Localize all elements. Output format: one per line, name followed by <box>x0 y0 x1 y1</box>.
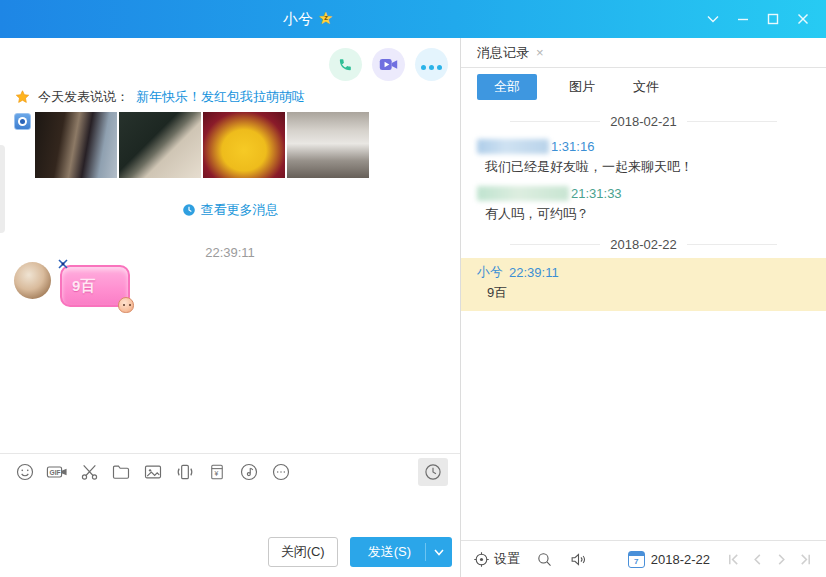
svg-text:GIF: GIF <box>50 469 61 476</box>
collapse-chevron-icon[interactable] <box>698 5 728 33</box>
next-page-icon[interactable] <box>772 549 790 569</box>
records-footer: 设置 7 2018- <box>461 540 826 577</box>
photo-thumbnail[interactable] <box>119 112 201 178</box>
message-records-panel: 消息记录 × 全部 图片 文件 2018-02-21 1:31:16 <box>460 38 826 577</box>
date-divider: 2018-02-22 <box>461 237 826 252</box>
speaker-button[interactable] <box>569 551 588 568</box>
selected-date: 2018-2-22 <box>651 552 710 567</box>
svg-text:¥: ¥ <box>215 470 219 477</box>
date-divider: 2018-02-21 <box>461 114 826 129</box>
camera-icon <box>14 113 31 130</box>
video-camera-icon <box>379 57 398 72</box>
chat-panel: 今天发表说说： 新年快乐！发红包我拉萌萌哒 查看更多消息 <box>0 38 460 577</box>
history-clock-icon[interactable] <box>418 458 448 486</box>
image-icon[interactable] <box>138 458 168 486</box>
titlebar: 小兮 ★ z <box>0 0 826 38</box>
shuoshuo-photos <box>14 112 369 178</box>
chat-actions <box>329 48 448 81</box>
record-message[interactable]: 21:31:33 有人吗，可约吗？ <box>461 182 826 229</box>
window-title: 小兮 ★ z <box>283 0 336 38</box>
records-filter-tabs: 全部 图片 文件 <box>461 68 826 106</box>
record-message[interactable]: 1:31:16 我们已经是好友啦，一起来聊天吧！ <box>461 135 826 182</box>
send-options-chevron-icon[interactable] <box>426 549 452 556</box>
send-button-label: 发送(S) <box>350 543 425 561</box>
maximize-icon[interactable] <box>758 5 788 33</box>
audio-message-icon[interactable] <box>234 458 264 486</box>
record-message-highlighted[interactable]: 小兮 22:39:11 9百 <box>461 258 826 311</box>
photo-strip <box>35 112 369 178</box>
photo-thumbnail[interactable] <box>287 112 369 178</box>
filter-tab-images[interactable]: 图片 <box>563 74 601 100</box>
photo-thumbnail[interactable] <box>35 112 117 178</box>
tab-message-records[interactable]: 消息记录 × <box>477 44 544 62</box>
baby-emoji-icon <box>118 297 134 313</box>
first-page-icon[interactable] <box>724 549 742 569</box>
more-tools-icon[interactable] <box>266 458 296 486</box>
records-list: 2018-02-21 1:31:16 我们已经是好友啦，一起来聊天吧！ 21:3… <box>461 106 826 540</box>
contact-name: 小兮 <box>283 10 313 29</box>
tab-close-icon[interactable]: × <box>536 45 544 60</box>
shake-window-icon[interactable] <box>170 458 200 486</box>
date-picker[interactable]: 7 2018-2-22 <box>628 551 710 568</box>
last-page-icon[interactable] <box>796 549 814 569</box>
panel-edge-handle[interactable] <box>0 145 5 233</box>
sticker-text: 9百 <box>72 277 95 296</box>
folder-icon[interactable] <box>106 458 136 486</box>
voice-call-button[interactable] <box>329 48 362 81</box>
view-more-messages-link[interactable]: 查看更多消息 <box>0 201 460 219</box>
emoji-icon[interactable] <box>10 458 40 486</box>
sticker-message-bubble[interactable]: 9百 <box>60 265 130 307</box>
redacted-sender <box>477 139 549 154</box>
gear-icon <box>473 551 490 568</box>
record-text: 9百 <box>477 281 810 302</box>
records-tab-bar: 消息记录 × <box>461 38 826 68</box>
minimize-icon[interactable] <box>728 5 758 33</box>
more-actions-button[interactable] <box>415 48 448 81</box>
dragonfly-decoration-icon <box>56 257 70 275</box>
record-sender: 小兮 <box>477 263 503 281</box>
ellipsis-icon <box>420 56 444 74</box>
record-time: 21:31:33 <box>571 186 622 201</box>
window-controls <box>698 0 818 38</box>
screenshot-scissors-icon[interactable] <box>74 458 104 486</box>
status-prefix: 今天发表说说： <box>38 88 129 106</box>
photo-thumbnail[interactable] <box>203 112 285 178</box>
search-icon <box>536 551 553 568</box>
input-toolbar: GIF ¥ <box>0 453 460 490</box>
search-button[interactable] <box>536 551 553 568</box>
send-controls: 关闭(C) 发送(S) <box>268 537 452 567</box>
speaker-icon <box>569 551 588 568</box>
video-call-button[interactable] <box>372 48 405 81</box>
settings-button[interactable]: 设置 <box>473 550 520 568</box>
calendar-icon: 7 <box>628 551 645 568</box>
status-link[interactable]: 新年快乐！发红包我拉萌萌哒 <box>136 88 305 106</box>
redacted-sender <box>477 186 569 201</box>
incoming-message: 9百 <box>14 262 130 307</box>
clock-icon <box>182 203 196 217</box>
red-packet-icon[interactable]: ¥ <box>202 458 232 486</box>
record-navigation <box>724 549 814 569</box>
vip-star-icon: ★ z <box>318 10 336 28</box>
gif-icon[interactable]: GIF <box>42 458 72 486</box>
shuoshuo-status: 今天发表说说： 新年快乐！发红包我拉萌萌哒 <box>14 88 305 106</box>
filter-tab-all[interactable]: 全部 <box>477 74 537 100</box>
star-badge-icon <box>14 89 31 106</box>
close-icon[interactable] <box>788 5 818 33</box>
phone-icon <box>337 56 354 73</box>
record-time: 1:31:16 <box>551 139 594 154</box>
avatar[interactable] <box>14 262 51 299</box>
chat-window: 小兮 ★ z <box>0 0 826 577</box>
filter-tab-files[interactable]: 文件 <box>627 74 665 100</box>
record-text: 有人吗，可约吗？ <box>477 202 810 223</box>
previous-page-icon[interactable] <box>748 549 766 569</box>
record-text: 我们已经是好友啦，一起来聊天吧！ <box>477 155 810 176</box>
record-time: 22:39:11 <box>509 265 559 280</box>
close-button[interactable]: 关闭(C) <box>268 537 338 567</box>
send-button[interactable]: 发送(S) <box>350 537 452 567</box>
